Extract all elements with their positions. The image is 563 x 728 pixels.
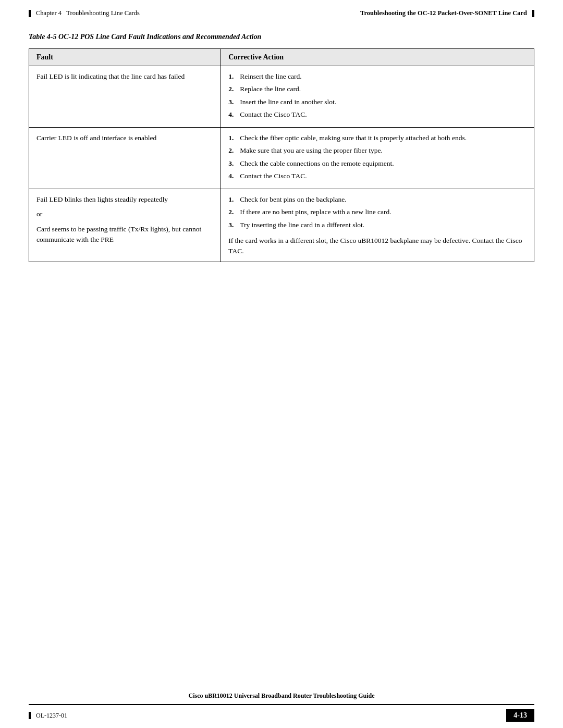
table-title: Table 4-5 OC-12 POS Line Card Fault Indi… [29, 33, 534, 41]
header-chapter-title: Troubleshooting Line Cards [66, 9, 140, 17]
action-cell-1: 1. Reinsert the line card. 2. Replace th… [221, 66, 534, 128]
table-row: Fail LED blinks then lights steadily rep… [29, 189, 534, 262]
fault-table: Fault Corrective Action Fail LED is lit … [29, 48, 534, 262]
page-container: Chapter 4 Troubleshooting Line Cards Tro… [0, 0, 563, 728]
item-num: 2. [228, 145, 240, 156]
item-num: 2. [228, 84, 240, 94]
item-num: 1. [228, 133, 240, 143]
action-cell-2: 1. Check the fiber optic cable, making s… [221, 128, 534, 189]
footer-left-bar [29, 712, 31, 719]
footer-page-number: 4-13 [506, 709, 534, 722]
action-note-3: If the card works in a different slot, t… [228, 236, 527, 257]
item-text: Contact the Cisco TAC. [240, 171, 527, 181]
item-text: If there are no bent pins, replace with … [240, 207, 527, 217]
item-text: Insert the line card in another slot. [240, 97, 527, 107]
list-item: 3. Insert the line card in another slot. [228, 97, 527, 107]
page-footer: Cisco uBR10012 Universal Broadband Route… [0, 686, 563, 728]
table-header-row: Fault Corrective Action [29, 49, 534, 66]
item-num: 1. [228, 194, 240, 205]
header-right-title: Troubleshooting the OC-12 Packet-Over-SO… [360, 9, 527, 17]
header-right-bar [532, 10, 534, 17]
col-fault: Fault [29, 49, 221, 66]
fault-cell-3: Fail LED blinks then lights steadily rep… [29, 189, 221, 262]
item-num: 3. [228, 220, 240, 230]
table-row: Fail LED is lit indicating that the line… [29, 66, 534, 128]
fault-text-3: Fail LED blinks then lights steadily rep… [36, 194, 213, 205]
item-num: 4. [228, 109, 240, 120]
header-left-bar [29, 10, 31, 17]
list-item: 1. Check the fiber optic cable, making s… [228, 133, 527, 143]
item-text: Check the fiber optic cable, making sure… [240, 133, 527, 143]
fault-cell-2: Carrier LED is off and interface is enab… [29, 128, 221, 189]
item-num: 3. [228, 158, 240, 169]
action-cell-3: 1. Check for bent pins on the backplane.… [221, 189, 534, 262]
list-item: 1. Check for bent pins on the backplane. [228, 194, 527, 205]
fault-or: or [36, 209, 213, 219]
footer-left: OL-1237-01 [29, 712, 67, 720]
item-num: 3. [228, 97, 240, 107]
fault-cell-1: Fail LED is lit indicating that the line… [29, 66, 221, 128]
action-list-1: 1. Reinsert the line card. 2. Replace th… [228, 71, 527, 120]
item-text: Check the cable connections on the remot… [240, 158, 527, 169]
col-action: Corrective Action [221, 49, 534, 66]
footer-label: OL-1237-01 [36, 712, 67, 720]
item-text: Reinsert the line card. [240, 71, 527, 82]
fault-text-1: Fail LED is lit indicating that the line… [36, 72, 185, 80]
list-item: 2. If there are no bent pins, replace wi… [228, 207, 527, 217]
list-item: 1. Reinsert the line card. [228, 71, 527, 82]
item-text: Check for bent pins on the backplane. [240, 194, 527, 205]
fault-text-3b: Card seems to be passing traffic (Tx/Rx … [36, 224, 213, 245]
action-list-3: 1. Check for bent pins on the backplane.… [228, 194, 527, 230]
header-chapter: Chapter 4 [36, 9, 62, 17]
item-num: 2. [228, 207, 240, 217]
table-row: Carrier LED is off and interface is enab… [29, 128, 534, 189]
page-header: Chapter 4 Troubleshooting Line Cards Tro… [0, 0, 563, 22]
main-content: Table 4-5 OC-12 POS Line Card Fault Indi… [0, 22, 563, 283]
item-text: Replace the line card. [240, 84, 527, 94]
action-list-2: 1. Check the fiber optic cable, making s… [228, 133, 527, 181]
header-right: Troubleshooting the OC-12 Packet-Over-SO… [360, 9, 534, 17]
item-text: Make sure that you are using the proper … [240, 145, 527, 156]
header-left: Chapter 4 Troubleshooting Line Cards [29, 9, 140, 17]
item-text: Contact the Cisco TAC. [240, 109, 527, 120]
item-num: 4. [228, 171, 240, 181]
footer-center-text: Cisco uBR10012 Universal Broadband Route… [29, 692, 534, 705]
footer-bottom: OL-1237-01 4-13 [29, 709, 534, 722]
list-item: 3. Try inserting the line card in a diff… [228, 220, 527, 230]
list-item: 4. Contact the Cisco TAC. [228, 171, 527, 181]
list-item: 2. Replace the line card. [228, 84, 527, 94]
list-item: 3. Check the cable connections on the re… [228, 158, 527, 169]
fault-text-2: Carrier LED is off and interface is enab… [36, 134, 156, 142]
item-num: 1. [228, 71, 240, 82]
item-text: Try inserting the line card in a differe… [240, 220, 527, 230]
list-item: 2. Make sure that you are using the prop… [228, 145, 527, 156]
list-item: 4. Contact the Cisco TAC. [228, 109, 527, 120]
